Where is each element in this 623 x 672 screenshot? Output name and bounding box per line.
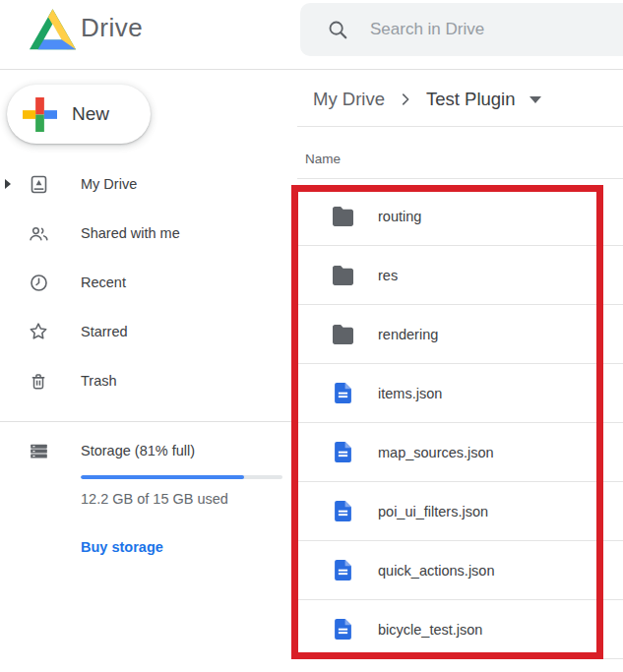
file-name: rendering	[378, 327, 438, 342]
search-bar[interactable]	[300, 3, 623, 56]
storage-label: Storage (81% full)	[81, 443, 195, 458]
file-list: routing res rendering	[295, 187, 623, 659]
new-plus-icon	[23, 97, 57, 132]
folder-menu-caret-icon[interactable]	[530, 96, 541, 103]
json-file-icon	[331, 442, 355, 462]
breadcrumb: My Drive Test Plugin	[313, 85, 541, 114]
sidebar-item-label: Shared with me	[81, 225, 180, 241]
new-button[interactable]: New	[7, 85, 151, 144]
app-title: Drive	[81, 13, 143, 43]
file-name: bicycle_test.json	[378, 622, 482, 638]
column-header-divider	[297, 178, 623, 179]
sidebar-item-label: My Drive	[81, 176, 137, 192]
file-name: routing	[378, 209, 421, 224]
chevron-right-icon	[397, 91, 414, 108]
sidebar-item-recent[interactable]: Recent	[0, 258, 285, 307]
file-row-rendering[interactable]: rendering	[295, 305, 623, 364]
buy-storage-link[interactable]: Buy storage	[81, 539, 163, 555]
new-button-label: New	[72, 103, 109, 125]
shared-people-icon	[28, 223, 49, 244]
header-divider	[0, 69, 623, 70]
sidebar-item-trash[interactable]: Trash	[0, 356, 285, 405]
sidebar-item-storage[interactable]: Storage (81% full)	[0, 426, 313, 475]
breadcrumb-current-folder[interactable]: Test Plugin	[426, 89, 516, 110]
drive-logo-icon[interactable]	[30, 9, 76, 50]
sidebar-item-shared-with-me[interactable]: Shared with me	[0, 209, 285, 258]
file-row-poi-ui-filters-json[interactable]: poi_ui_filters.json	[295, 482, 623, 541]
clock-icon	[28, 273, 49, 293]
sidebar-item-my-drive[interactable]: My Drive	[0, 159, 285, 209]
file-row-items-json[interactable]: items.json	[295, 364, 623, 423]
folder-icon	[331, 207, 355, 226]
star-icon	[28, 321, 49, 342]
search-input[interactable]	[368, 19, 589, 40]
sidebar-item-label: Starred	[81, 324, 128, 339]
file-row-quick-actions-json[interactable]: quick_actions.json	[295, 541, 623, 600]
sidebar-item-label: Recent	[81, 275, 126, 290]
file-row-bicycle-test-json[interactable]: bicycle_test.json	[295, 600, 623, 659]
breadcrumb-my-drive[interactable]: My Drive	[313, 89, 385, 110]
sidebar-item-label: Trash	[81, 373, 117, 389]
storage-progress-bar	[81, 475, 282, 479]
json-file-icon	[331, 560, 355, 580]
file-name: items.json	[378, 386, 442, 401]
column-header-name[interactable]: Name	[305, 152, 341, 166]
storage-icon	[28, 441, 49, 461]
storage-progress-fill	[81, 475, 244, 479]
sidebar-item-starred[interactable]: Starred	[0, 307, 285, 356]
file-row-res[interactable]: res	[295, 246, 623, 305]
search-icon	[327, 19, 348, 40]
my-drive-icon	[28, 174, 49, 195]
sidebar-divider	[0, 421, 291, 422]
json-file-icon	[331, 383, 355, 403]
file-name: quick_actions.json	[378, 563, 495, 579]
file-name: poi_ui_filters.json	[378, 504, 488, 519]
breadcrumb-divider	[297, 126, 623, 127]
sidebar-nav: My Drive Shared with me Recent	[0, 159, 285, 405]
trash-icon	[28, 371, 49, 392]
file-row-routing[interactable]: routing	[295, 187, 623, 246]
json-file-icon	[331, 501, 355, 521]
file-name: map_sources.json	[378, 445, 494, 460]
file-name: res	[378, 268, 398, 283]
folder-icon	[331, 325, 355, 344]
json-file-icon	[331, 619, 355, 640]
google-drive-window: Drive New	[0, 0, 623, 672]
storage-usage-text: 12.2 GB of 15 GB used	[81, 491, 228, 507]
folder-icon	[331, 266, 355, 285]
file-row-map-sources-json[interactable]: map_sources.json	[295, 423, 623, 482]
